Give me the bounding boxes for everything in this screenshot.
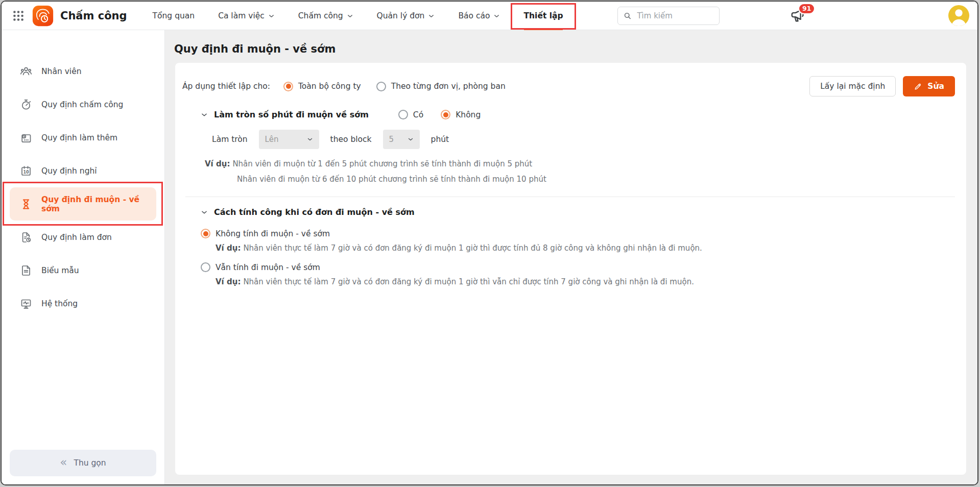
monitor-icon [20, 298, 32, 310]
sidebar-item-label: Quy định làm thêm [41, 133, 117, 142]
document-icon [20, 264, 32, 277]
example-line: Ví dụ:Nhân viên đi muộn từ 1 đến 5 phút … [205, 156, 955, 172]
calc-option-still-counted: Vẫn tính đi muộn - về sớm Ví dụ:Nhân viê… [201, 262, 955, 287]
chevron-down-icon [347, 13, 353, 19]
chevron-down-icon [201, 209, 208, 216]
chevron-down-icon [201, 111, 208, 118]
nav-item-bao-cao[interactable]: Báo cáo [458, 2, 500, 30]
nav-item-thiet-lap[interactable]: Thiết lập [523, 2, 563, 30]
rounding-examples: Ví dụ:Nhân viên đi muộn từ 1 đến 5 phút … [205, 156, 955, 187]
radio-unselected-icon[interactable] [201, 262, 210, 272]
unit-label: phút [431, 135, 449, 144]
sidebar-item-label: Quy định đi muộn - về sớm [41, 195, 156, 213]
example-label: Ví dụ: [216, 243, 241, 253]
nav-item-ca-lam-viec[interactable]: Ca làm việc [218, 2, 275, 30]
sidebar-item-quy-dinh-nghi[interactable]: 10 Quy định nghỉ [10, 154, 156, 187]
radio-option-not-counted[interactable]: Không tính đi muộn - về sớm [201, 229, 955, 238]
search-box[interactable] [617, 7, 720, 25]
radio-option-yes[interactable]: Có [398, 110, 423, 119]
radio-selected-icon[interactable] [283, 82, 293, 91]
reset-default-button[interactable]: Lấy lại mặc định [809, 76, 896, 96]
sidebar-item-label: Hệ thống [41, 299, 78, 308]
sidebar-item-he-thong[interactable]: Hệ thống [10, 287, 156, 320]
radio-selected-icon[interactable] [441, 110, 450, 119]
sidebar-item-label: Biểu mẫu [41, 266, 79, 275]
search-icon [624, 11, 631, 20]
sidebar-item-quy-dinh-lam-don[interactable]: Quy định làm đơn [10, 221, 156, 254]
double-chevron-left-icon: « [60, 456, 67, 468]
action-buttons: Lấy lại mặc định Sửa [809, 76, 955, 96]
edit-button[interactable]: Sửa [903, 76, 955, 96]
svg-text:10: 10 [23, 169, 29, 174]
radio-option-by-department[interactable]: Theo từng đơn vị, phòng ban [376, 82, 506, 91]
block-minutes-select[interactable]: 5 [383, 130, 420, 149]
topbar: Chấm công Tổng quan Ca làm việc Chấm côn… [2, 2, 977, 30]
chevron-down-icon [307, 136, 313, 142]
main-content: Quy định đi muộn - về sớm Áp dụng thiết … [165, 30, 977, 484]
chevron-down-icon [268, 13, 275, 19]
section-rounding-header[interactable]: Làm tròn số phút đi muộn về sớm Có Không [201, 110, 955, 119]
block-label: theo block [330, 135, 372, 144]
radio-option-no[interactable]: Không [441, 110, 481, 119]
app-title: Chấm công [60, 10, 127, 22]
example-label: Ví dụ: [216, 277, 241, 286]
active-tab-underline [524, 28, 563, 30]
avatar[interactable] [948, 5, 969, 26]
example-label: Ví dụ: [205, 159, 230, 168]
notification-badge: 91 [798, 3, 815, 14]
search-input[interactable] [636, 11, 713, 21]
section-title: Cách tính công khi có đơn đi muộn - về s… [214, 207, 415, 217]
round-direction-select[interactable]: Lên [259, 130, 319, 149]
nav-item-cham-cong[interactable]: Chấm công [298, 2, 353, 30]
radio-option-whole-company[interactable]: Toàn bộ công ty [283, 82, 361, 91]
apply-settings-label: Áp dụng thiết lập cho: [182, 82, 270, 91]
chevron-down-icon [428, 13, 435, 19]
main-nav: Tổng quan Ca làm việc Chấm công Quản lý … [153, 2, 563, 30]
collapse-label: Thu gọn [74, 458, 106, 468]
sidebar: Nhân viên Quy định chấm công [2, 30, 165, 484]
nav-item-quan-ly-don[interactable]: Quản lý đơn [377, 2, 435, 30]
apply-settings-row: Áp dụng thiết lập cho: Toàn bộ công ty T… [182, 76, 955, 96]
user-icon [948, 5, 969, 26]
rounding-controls-row: Làm tròn Lên theo block 5 phút [212, 130, 955, 149]
sidebar-item-quy-dinh-lam-them[interactable]: Quy định làm thêm [10, 121, 156, 154]
radio-option-still-counted[interactable]: Vẫn tính đi muộn - về sớm [201, 262, 955, 272]
sidebar-item-quy-dinh-di-muon-ve-som[interactable]: Quy định đi muộn - về sớm [10, 187, 156, 221]
sidebar-item-label: Quy định chấm công [41, 100, 123, 109]
topbar-right: 91 [617, 5, 969, 26]
app-grid-button[interactable] [10, 7, 27, 25]
calendar-clock-icon [20, 132, 32, 144]
example-line: Nhân viên đi muộn từ 6 đến 10 phút chươn… [237, 172, 955, 187]
sidebar-item-label: Nhân viên [41, 67, 82, 76]
chevron-down-icon [493, 13, 500, 19]
sidebar-item-quy-dinh-cham-cong[interactable]: Quy định chấm công [10, 88, 156, 121]
nav-item-tong-quan[interactable]: Tổng quan [153, 2, 195, 30]
stopwatch-icon [20, 99, 32, 111]
page-title: Quy định đi muộn - về sớm [174, 43, 977, 55]
example-line: Ví dụ:Nhân viên thực tế làm 7 giờ và có … [216, 242, 955, 254]
section-rounding: Làm tròn số phút đi muộn về sớm Có Không [201, 110, 955, 187]
team-icon [20, 65, 32, 78]
sidebar-item-label: Quy định làm đơn [41, 233, 112, 242]
calendar-10-icon: 10 [20, 165, 32, 177]
chevron-down-icon [408, 136, 414, 142]
radio-selected-icon[interactable] [201, 229, 210, 238]
round-label: Làm tròn [212, 135, 248, 144]
section-calculation-header[interactable]: Cách tính công khi có đơn đi muộn - về s… [201, 207, 955, 217]
sidebar-item-nhan-vien[interactable]: Nhân viên [10, 55, 156, 88]
hourglass-icon [20, 198, 32, 210]
app-window: Chấm công Tổng quan Ca làm việc Chấm côn… [1, 1, 978, 485]
example-line: Ví dụ:Nhân viên thực tế làm 7 giờ và có … [216, 276, 955, 287]
collapse-sidebar-button[interactable]: « Thu gọn [10, 450, 156, 476]
radio-unselected-icon[interactable] [398, 110, 408, 119]
radio-unselected-icon[interactable] [376, 82, 386, 91]
section-divider [185, 197, 955, 197]
sidebar-item-label: Quy định nghỉ [41, 166, 97, 176]
document-clock-icon [20, 231, 32, 243]
settings-card: Áp dụng thiết lập cho: Toàn bộ công ty T… [175, 63, 966, 475]
calc-option-not-counted: Không tính đi muộn - về sớm Ví dụ:Nhân v… [201, 229, 955, 254]
sidebar-item-bieu-mau[interactable]: Biểu mẫu [10, 254, 156, 287]
app-logo-icon[interactable] [32, 5, 54, 27]
notification-button[interactable]: 91 [790, 8, 805, 23]
rounding-radio-group: Có Không [398, 110, 481, 119]
